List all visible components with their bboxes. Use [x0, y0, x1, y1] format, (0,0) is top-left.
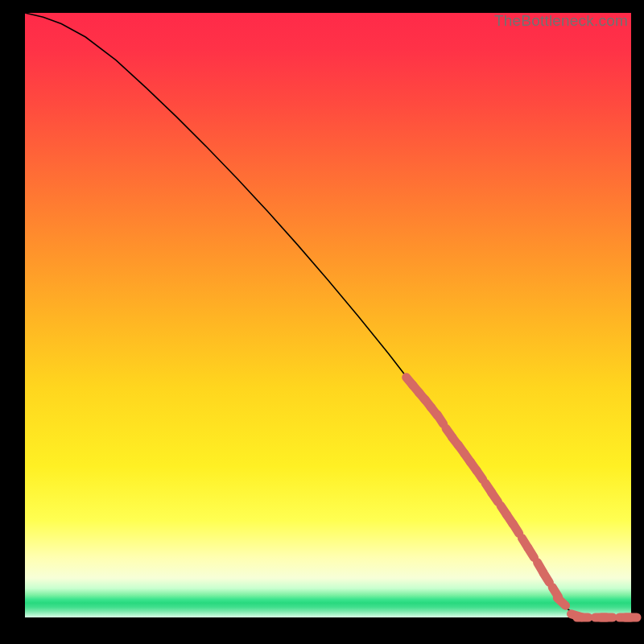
marker-dash	[557, 598, 565, 605]
marker-group	[407, 378, 637, 617]
chart-stage: TheBottleneck.com	[0, 0, 644, 644]
marker-dash	[492, 493, 498, 502]
marker-dash	[543, 573, 549, 583]
marker-dash	[528, 548, 534, 558]
marker-dash	[477, 470, 483, 480]
marker-dash	[513, 524, 518, 534]
marker-dash	[437, 415, 444, 424]
curve-line	[25, 13, 631, 617]
plot-area: TheBottleneck.com	[25, 13, 631, 617]
chart-svg	[25, 13, 631, 617]
